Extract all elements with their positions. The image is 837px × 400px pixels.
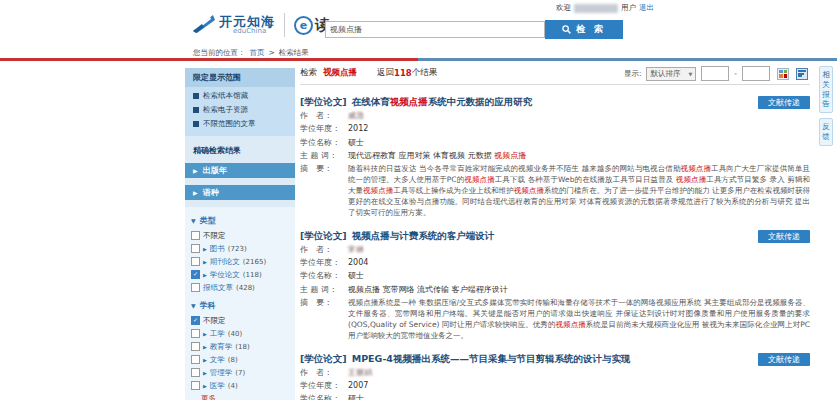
scope-option-label: 检索纸本馆藏 (203, 91, 248, 101)
facet-option[interactable]: ✓不限定 (185, 314, 295, 327)
result-title-link[interactable]: 视频点播与计费系统的客户端设计 (352, 230, 495, 241)
logo-divider (284, 13, 285, 37)
chevron-right-icon: ▶ (193, 167, 198, 174)
search-results-page: 欢迎 用户 退出 开元知海 eduChina e 读 (0, 0, 837, 400)
facet-option-label: 医学 (210, 381, 225, 391)
facet-option[interactable]: 不限定 (185, 229, 295, 242)
document-delivery-button[interactable]: 文献传递 (758, 353, 810, 366)
expander-icon: ▶ (203, 259, 207, 265)
stats-view-icon[interactable] (796, 68, 808, 80)
result-title-link[interactable]: 在线体育视频点播系统中元数据的应用研究 (352, 96, 533, 107)
checkbox-icon[interactable] (191, 342, 200, 351)
facet-option[interactable]: ✓▶学位论文(118) (185, 268, 295, 281)
floating-tab[interactable]: 反馈 (819, 118, 833, 146)
facet-option-label: 不限定 (203, 316, 226, 326)
query-label: 检索 (300, 67, 317, 79)
expander-icon: ▶ (203, 331, 207, 337)
floating-tab[interactable]: 相关报告 (819, 66, 833, 113)
degree-year-label: 学位年度： (300, 258, 348, 268)
checkbox-icon[interactable] (191, 283, 200, 292)
facet-header[interactable]: ▼类型 (185, 209, 295, 229)
author-field: 作 者：王丽娟 (300, 368, 810, 378)
text-segment: 系统中元数据的应用研究 (428, 96, 533, 107)
breadcrumb-home-link[interactable]: 首页 (250, 48, 265, 58)
document-delivery-button[interactable]: 文献传递 (758, 96, 810, 109)
keywords-value: 现代远程教育 应用对策 体育视频 元数据 视频点播 (348, 151, 810, 161)
checkbox-checked-icon[interactable]: ✓ (191, 316, 200, 325)
facet-option-count: (428) (236, 284, 255, 292)
facet-option[interactable]: ▶文学(8) (185, 353, 295, 366)
chevron-down-icon: ▼ (688, 71, 692, 77)
result-type-tag: [学位论文] (300, 230, 347, 241)
facet-option-label: 报纸文章 (203, 283, 233, 293)
search-button-label: 检 索 (576, 23, 606, 36)
degree-name-field: 学位名称：硕士 (300, 271, 810, 281)
checkbox-icon[interactable] (191, 381, 200, 390)
checkbox-checked-icon[interactable]: ✓ (191, 270, 200, 279)
results-toolbar: 检索 视频点播 返回 118 个结果 显示: 默认排序 ▼ - (300, 62, 810, 85)
facet-option-count: (723) (228, 245, 247, 253)
more-link[interactable]: 更多 (185, 392, 295, 400)
collapsed-facet-label: 出版年 (203, 165, 227, 176)
logout-link[interactable]: 退出 (639, 3, 654, 13)
facet-option[interactable]: ▶图书(723) (185, 242, 295, 255)
abstract-field: 摘 要：视频点播系统是一种 集数据压缩/交互式多媒体宽带实时传输和海量存储等技术… (300, 298, 810, 342)
result-title-link[interactable]: MPEG-4视频播出系统——节目采集与节目剪辑系统的设计与实现 (352, 353, 631, 364)
search-button[interactable]: 检 索 (545, 20, 623, 39)
facet-option[interactable]: ▶医学(4) (185, 379, 295, 392)
abstract-value: 随着科技的日益发达 当今各寻常百姓家对能完成的视频业务并不陌生 越来越多的网站与… (348, 164, 810, 218)
facet-header[interactable]: ▼学科 (185, 294, 295, 314)
text-segment: 现代远程教育 应用对策 体育视频 元数据 (348, 151, 494, 160)
author-label: 作 者： (300, 368, 348, 378)
page-start-input[interactable] (701, 66, 729, 81)
page-range-separator: - (734, 69, 737, 78)
welcome-bar: 欢迎 用户 退出 (556, 3, 654, 13)
page-end-input[interactable] (742, 66, 770, 81)
sort-value: 默认排序 (650, 69, 680, 79)
checkbox-icon[interactable] (191, 244, 200, 253)
author-value-redacted: 宋林 (348, 245, 364, 255)
scope-option[interactable]: 检索电子资源 (185, 101, 295, 115)
refine-results-title: 精确检索结果 (185, 136, 295, 163)
scope-option[interactable]: 不限范围的文章 (185, 115, 295, 129)
return-prefix: 返回 (377, 67, 394, 79)
header-divider (0, 58, 837, 61)
abstract-field: 摘 要：随着科技的日益发达 当今各寻常百姓家对能完成的视频业务并不陌生 越来越多… (300, 164, 810, 218)
checkbox-icon[interactable] (191, 355, 200, 364)
facet-option-count: (8) (228, 356, 238, 364)
abstract-label: 摘 要： (300, 298, 348, 342)
checkbox-icon[interactable] (191, 257, 200, 266)
scope-title: 限定显示范围 (185, 68, 295, 87)
facet-option[interactable]: ▶工学(40) (185, 327, 295, 340)
sort-dropdown[interactable]: 默认排序 ▼ (646, 67, 696, 81)
facet-title: 类型 (200, 215, 216, 226)
highlighted-term: 视频点播 (494, 151, 526, 160)
collapsed-facet-bar[interactable]: ▶语种 (185, 185, 295, 200)
brand-name-cn: 开元知海 (219, 15, 275, 29)
expander-icon: ▶ (203, 272, 207, 278)
facet-option[interactable]: ▶管理学(7) (185, 366, 295, 379)
collapsed-facet-bar[interactable]: ▶出版年 (185, 163, 295, 178)
breadcrumb: 您当前的位置： 首页 > 检索结果 (193, 48, 309, 58)
degree-year-field: 学位年度：2012 (300, 124, 810, 134)
scope-option[interactable]: 检索纸本馆藏 (185, 87, 295, 101)
search-input[interactable] (325, 21, 545, 38)
facet-option-label: 管理学 (210, 368, 233, 378)
facet-option[interactable]: ▶教育学(18) (185, 340, 295, 353)
facet-option[interactable]: ▶期刊论文(2165) (185, 255, 295, 268)
checkbox-icon[interactable] (191, 329, 200, 338)
results-main: 检索 视频点播 返回 118 个结果 显示: 默认排序 ▼ - (300, 62, 810, 400)
facet-option-count: (18) (235, 343, 249, 351)
table-view-icon[interactable] (777, 68, 789, 80)
checkbox-icon[interactable] (191, 368, 200, 377)
expander-icon: ▶ (203, 383, 207, 389)
document-delivery-button[interactable]: 文献传递 (758, 230, 810, 243)
author-field: 作 者：宋林 (300, 245, 810, 255)
keywords-field: 主 题 词：视频点播 宽带网络 流式传输 客户端程序设计 (300, 285, 810, 295)
degree-year-field: 学位年度：2004 (300, 258, 810, 268)
username-redacted (574, 4, 618, 13)
checkbox-icon[interactable] (191, 231, 200, 240)
facet-option[interactable]: 报纸文章(428) (185, 281, 295, 294)
brand-text: 开元知海 eduChina (219, 15, 275, 36)
facet-list: ▼类型不限定▶图书(723)▶期刊论文(2165)✓▶学位论文(118)报纸文章… (185, 207, 295, 400)
